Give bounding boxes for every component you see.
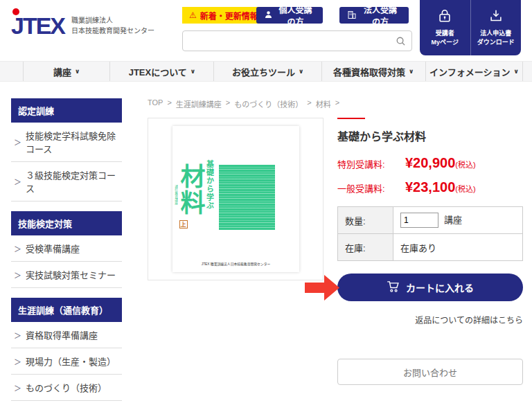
download-line2: ダウンロード — [477, 39, 515, 46]
chevron-down-icon: ∨ — [75, 68, 80, 75]
header: JTEX 職業訓練法人 日本技能教育開発センター ⚠ 新着・更新情報 個人受講の… — [0, 0, 532, 60]
sidebar-item-qualification-prep[interactable]: ＞ 資格取得準備講座 — [11, 322, 122, 348]
sidebar-item-label: ３級技能検定対策コース — [26, 168, 121, 195]
book-volume-badge: 上 — [179, 220, 188, 229]
nav-item-information[interactable]: インフォメーション ∨ — [425, 62, 523, 81]
stock-label: 在庫: — [338, 234, 393, 261]
cart-button-label: カートに入れる — [406, 280, 474, 294]
corporate-student-button[interactable]: 法人受講の方 — [339, 7, 409, 24]
special-price-label: 特別受講料: — [337, 157, 405, 170]
cart-icon — [387, 280, 400, 295]
breadcrumb-separator: > — [307, 98, 311, 109]
search-icon[interactable] — [396, 36, 406, 46]
table-row-quantity: 数量: 講座 — [338, 207, 523, 234]
return-policy-link[interactable]: 返品についての詳細はこちら — [337, 314, 523, 325]
download-label: 法人申込書 ダウンロード — [477, 29, 515, 46]
nav-label: お役立ちツール — [232, 65, 295, 78]
quantity-unit: 講座 — [444, 215, 462, 225]
page: JTEX 職業訓練法人 日本技能教育開発センター ⚠ 新着・更新情報 個人受講の… — [0, 0, 532, 403]
nav-label: 講座 — [53, 65, 71, 78]
add-to-cart-button[interactable]: カートに入れる — [337, 274, 523, 301]
arrow-right-icon: ＞ — [14, 269, 21, 280]
org-line2: 日本技能教育開発センター — [71, 26, 154, 36]
accent-red-line — [337, 118, 365, 119]
special-price-tax: (税込) — [455, 159, 475, 170]
news-update-badge[interactable]: ⚠ 新着・更新情報 — [182, 7, 265, 24]
quantity-cell: 講座 — [393, 207, 523, 234]
special-price-row: 特別受講料: ¥20,900 (税込) — [337, 155, 523, 171]
search-box — [182, 30, 412, 51]
corporate-form-download-link[interactable]: 法人申込書 ダウンロード — [470, 0, 522, 55]
student-mypage-link[interactable]: 受講者 Myページ — [420, 0, 470, 55]
regular-price-tax: (税込) — [455, 183, 475, 194]
breadcrumb-separator: > — [335, 98, 339, 109]
person-icon — [265, 10, 272, 21]
breadcrumb-item-monozukuri[interactable]: ものづくり（技術） — [234, 98, 303, 109]
personal-student-button[interactable]: 個人受講の方 — [256, 7, 323, 24]
sidebar-item-label: 受検準備講座 — [26, 242, 80, 255]
breadcrumb-separator: > — [167, 98, 171, 109]
sidebar-item-exam-prep-course[interactable]: ＞ 受検準備講座 — [11, 235, 122, 262]
arrow-right-icon: ＞ — [14, 136, 21, 147]
nav-label: JTEXについて — [129, 65, 187, 78]
sidebar-group-certified-training: 認定訓練 ＞ 技能検定学科試験免除コース ＞ ３級技能検定対策コース — [11, 98, 122, 202]
quantity-input[interactable] — [400, 213, 438, 228]
download-line1: 法人申込書 — [480, 30, 511, 37]
logo-red-dot-icon — [12, 8, 19, 15]
quick-links-panel: 受講者 Myページ 法人申込書 ダウンロード — [420, 0, 521, 55]
cart-area: カートに入れる — [337, 274, 523, 301]
mypage-line2: Myページ — [432, 39, 459, 46]
sidebar-item-label: 資格取得準備講座 — [26, 328, 98, 341]
breadcrumb-item-top[interactable]: TOP — [148, 98, 163, 109]
jtex-logo: JTEX — [11, 14, 64, 37]
sidebar-item-practical-seminar[interactable]: ＞ 実技試験対策セミナー — [11, 262, 122, 288]
logo[interactable]: JTEX 職業訓練法人 日本技能教育開発センター — [11, 14, 154, 37]
nav-item-tools[interactable]: お役立ちツール ∨ — [213, 62, 321, 81]
search-input[interactable] — [183, 31, 396, 51]
chevron-down-icon: ∨ — [190, 68, 195, 75]
sidebar-item-grade3-course[interactable]: ＞ ３級技能検定対策コース — [11, 162, 122, 202]
red-arrow-icon — [305, 275, 339, 303]
personal-button-label: 個人受講の方 — [276, 3, 314, 27]
contact-button[interactable]: お問い合わせ — [337, 359, 523, 385]
sidebar-header: 生涯訓練（通信教育） — [11, 298, 122, 322]
product-details: 基礎から学ぶ材料 特別受講料: ¥20,900 (税込) 一般受講料: ¥23,… — [337, 118, 523, 385]
nav-item-about[interactable]: JTEXについて ∨ — [109, 62, 213, 81]
book-cover-subtitle: 基礎から学ぶ — [204, 160, 215, 210]
regular-price-value: ¥23,100 — [405, 179, 455, 195]
breadcrumb: TOP > 生涯訓練講座 > ものづくり（技術） > 材料 > — [148, 98, 509, 109]
sidebar: 認定訓練 ＞ 技能検定学科試験免除コース ＞ ３級技能検定対策コース 技能検定対… — [11, 98, 122, 403]
book-cover-title: 材料 — [178, 163, 203, 216]
book-cover-image: 材料 基礎から学ぶ 通信教育講座 上 JTEX 職業訓練法人日本技能教育開発セン… — [172, 126, 299, 272]
sidebar-item-exam-exemption-course[interactable]: ＞ 技能検定学科試験免除コース — [11, 123, 122, 162]
book-cover-publisher: JTEX 職業訓練法人日本技能教育開発センター — [185, 262, 286, 267]
download-icon — [488, 8, 504, 26]
special-price-value: ¥20,900 — [405, 155, 455, 171]
arrow-right-icon: ＞ — [14, 243, 21, 254]
breadcrumb-item-material[interactable]: 材料 — [316, 98, 331, 109]
news-badge-label: 新着・更新情報 — [200, 10, 258, 21]
nav-item-courses[interactable]: 講座 ∨ — [23, 62, 109, 81]
arrow-right-icon: ＞ — [14, 382, 21, 393]
main-nav: 講座 ∨ JTEXについて ∨ お役立ちツール ∨ 各種資格取得対策 ∨ インフ… — [0, 61, 532, 82]
chevron-down-icon: ∨ — [299, 68, 303, 75]
content-area: TOP > 生涯訓練講座 > ものづくり（技術） > 材料 > 材料 基礎から学… — [148, 98, 509, 403]
sidebar-group-lifelong-training: 生涯訓練（通信教育） ＞ 資格取得準備講座 ＞ 現場力（生産・製造） ＞ ものづ… — [11, 298, 122, 403]
org-line1: 職業訓練法人 — [71, 15, 154, 26]
lock-icon — [437, 8, 452, 26]
product-section: 材料 基礎から学ぶ 通信教育講座 上 JTEX 職業訓練法人日本技能教育開発セン… — [148, 118, 509, 385]
sidebar-item-label: ものづくり（技術） — [26, 381, 107, 394]
breadcrumb-separator: > — [226, 98, 230, 109]
product-image-box: 材料 基礎から学ぶ 通信教育講座 上 JTEX 職業訓練法人日本技能教育開発セン… — [148, 118, 323, 280]
arrow-right-icon: ＞ — [14, 176, 21, 187]
sidebar-group-skill-test: 技能検定対策 ＞ 受検準備講座 ＞ 実技試験対策セミナー — [11, 211, 122, 288]
nav-label: インフォメーション — [429, 65, 510, 78]
sidebar-item-monozukuri-tech[interactable]: ＞ ものづくり（技術） — [11, 375, 122, 401]
arrow-right-icon: ＞ — [14, 330, 21, 341]
regular-price-label: 一般受講料: — [337, 181, 405, 195]
nav-item-certifications[interactable]: 各種資格取得対策 ∨ — [321, 62, 425, 81]
book-cover-green-block — [219, 165, 275, 230]
breadcrumb-item-lifelong[interactable]: 生涯訓練講座 — [176, 98, 222, 109]
mypage-line1: 受講者 — [436, 30, 454, 37]
sidebar-item-genba-production[interactable]: ＞ 現場力（生産・製造） — [11, 348, 122, 375]
